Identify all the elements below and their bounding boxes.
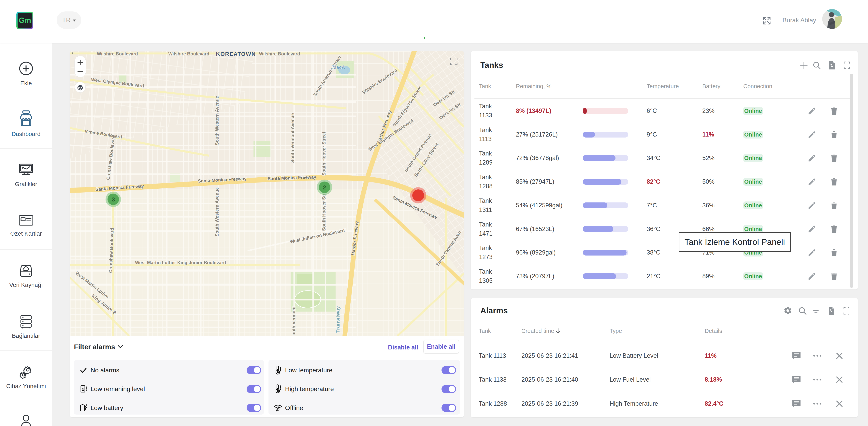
svg-text:South Vermont Avenue: South Vermont Avenue [290, 113, 295, 162]
svg-text:West Martin Luther King Junior: West Martin Luther King Junior Boulevard [135, 260, 226, 265]
svg-text:Transitway: Transitway [335, 306, 341, 333]
svg-text:Wilshire Boulevard: Wilshire Boulevard [97, 51, 138, 56]
svg-text:Wilshire Boulevard: Wilshire Boulevard [168, 51, 209, 56]
svg-text:KOREATOWN: KOREATOWN [216, 51, 256, 57]
svg-text:2: 2 [323, 184, 326, 191]
svg-text:3: 3 [112, 196, 115, 203]
svg-text:MacA: MacA [332, 64, 345, 70]
svg-text:South Western Avenue: South Western Avenue [214, 96, 220, 145]
svg-text:South Hoover Street: South Hoover Street [321, 131, 327, 176]
svg-text:South Western Avenue: South Western Avenue [214, 187, 220, 237]
svg-text:South Vermont: South Vermont [291, 306, 296, 336]
svg-text:Wilshire Boulevard: Wilshire Boulevard [259, 51, 300, 56]
